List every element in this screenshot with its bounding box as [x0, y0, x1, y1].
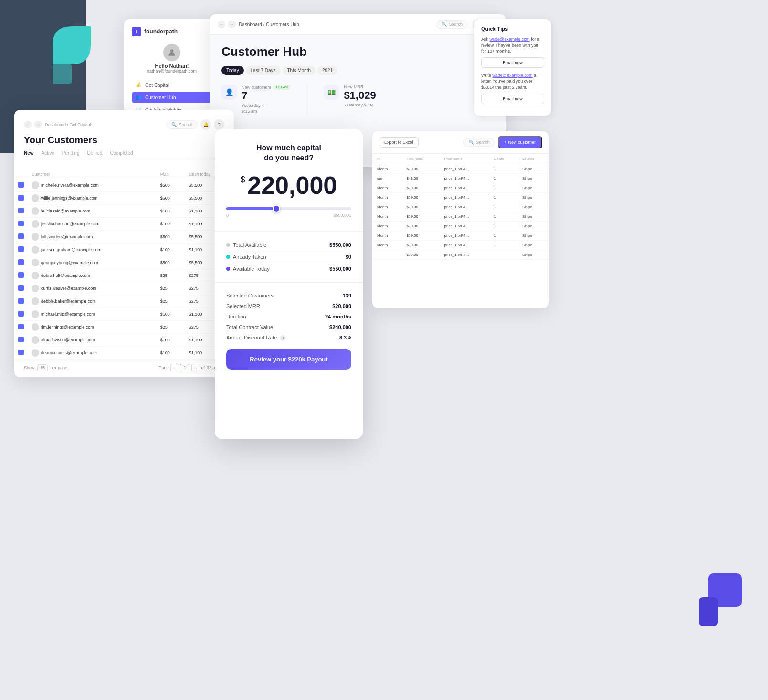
lt-table-row[interactable]: Month $79.00 price_1lbrP4... 1 Stripe [372, 212, 549, 222]
review-payout-btn[interactable]: Review your $220k Payout [226, 349, 351, 370]
table-row[interactable]: alma.lawson@example.com $100 $1,100 [14, 334, 234, 347]
export-btn[interactable]: Export to Excel [379, 137, 419, 148]
tab-today[interactable]: Today [221, 66, 244, 75]
search-box[interactable]: 🔍 Search [436, 20, 468, 29]
row-checkbox[interactable] [18, 324, 24, 329]
customer-email-text: bill.sanders@example.com [41, 234, 93, 239]
customer-email-text: debbie.baker@example.com [41, 299, 96, 304]
table-row[interactable]: tim.jennings@example.com $25 $275 [14, 321, 234, 334]
tab-denied[interactable]: Denied [87, 150, 103, 159]
row-checkbox[interactable] [18, 285, 24, 291]
customer-email-text: felicia.reid@example.com [41, 209, 90, 213]
modal-amount: $ 220,000 [226, 171, 351, 200]
lt-table-row[interactable]: Month $79.00 price_1lbrP4... 1 Stripe [372, 222, 549, 231]
table-row[interactable]: michael.mitc@example.com $100 $1,100 [14, 308, 234, 321]
customer-email-text: debra.holt@example.com [41, 273, 90, 278]
lt-table-row[interactable]: ear $41.59 price_1lbrP4... 1 Stripe [372, 174, 549, 183]
large-table-search[interactable]: 🔍 Search [463, 138, 495, 147]
capital-slider[interactable]: 0 $550,000 [226, 207, 351, 218]
sidebar-item-get-capital[interactable]: 💰 Get Capital [132, 79, 212, 91]
row-checkbox[interactable] [18, 208, 24, 213]
svg-rect-2 [699, 597, 718, 626]
customers-notif-icon[interactable]: 🔔 [200, 119, 211, 130]
row-checkbox[interactable] [18, 246, 24, 252]
current-page[interactable]: 1 [180, 364, 189, 371]
tab-this-month[interactable]: This Month [283, 66, 316, 75]
table-row[interactable]: michelle.rivera@example.com $500 $5,500 [14, 179, 234, 192]
new-customer-btn[interactable]: + New customer [498, 136, 542, 148]
lt-table-row[interactable]: $79.00 price_1lbrP4... Stripe [372, 250, 549, 260]
row-checkbox[interactable] [18, 350, 24, 355]
table-row[interactable]: jessica.hanson@example.com $100 $1,100 [14, 218, 234, 231]
forward-arrow[interactable]: → [228, 21, 236, 28]
quick-tips-link1[interactable]: wade@example.com [490, 37, 530, 42]
row-checkbox[interactable] [18, 337, 24, 342]
row-total-contract: Total Contract Value $240,000 [226, 322, 351, 332]
customer-email-text: jackson.graham@example.com [41, 247, 101, 252]
tab-pending[interactable]: Pending [62, 150, 80, 159]
row-checkbox[interactable] [18, 182, 24, 188]
lt-table-row[interactable]: Month $79.00 price_1lbrP4... 1 Stripe [372, 183, 549, 193]
table-row[interactable]: bill.sanders@example.com $500 $5,500 [14, 231, 234, 244]
customers-help-icon[interactable]: ? [214, 119, 224, 130]
get-capital-icon: 💰 [136, 82, 141, 88]
customer-plan: $100 [157, 244, 185, 256]
back-arrow[interactable]: ← [218, 21, 225, 28]
modal-bottom: Selected Customers 139 Selected MRR $20,… [215, 283, 363, 378]
slider-thumb[interactable] [273, 205, 280, 212]
per-page-select[interactable]: 15 [37, 364, 48, 371]
table-row[interactable]: deanna.curtis@example.com $100 $1,100 [14, 347, 234, 360]
table-row[interactable]: debra.holt@example.com $25 $275 [14, 269, 234, 282]
lt-col-source: Source [517, 154, 549, 164]
lt-table-row[interactable]: Month $79.00 price_1lbrP4... 1 Stripe [372, 231, 549, 241]
table-row[interactable]: felicia.reid@example.com $100 $1,100 [14, 205, 234, 218]
lt-table-row[interactable]: Month $79.00 price_1lbrP4... 1 Stripe [372, 202, 549, 212]
row-checkbox[interactable] [18, 272, 24, 278]
email-now-btn-1[interactable]: Email now [481, 57, 544, 68]
row-checkbox[interactable] [18, 259, 24, 265]
lt-cell-rn: Month [372, 202, 402, 212]
lt-cell-plan-name: price_1lbrP4... [440, 183, 489, 193]
customers-topbar: ← → Dashboard / Get Capital 🔍 Search 🔔 ? [24, 119, 224, 130]
tab-completed[interactable]: Completed [110, 150, 133, 159]
new-customers-value: 7 [242, 90, 291, 102]
lt-table-row[interactable]: Month $79.00 price_1lbrP4... 1 Stripe [372, 193, 549, 202]
customers-search[interactable]: 🔍 Search [166, 120, 198, 129]
row-checkbox[interactable] [18, 298, 24, 304]
sidebar-email: nathan@founderpath.com [147, 69, 197, 74]
customer-avatar [32, 323, 39, 331]
svg-rect-0 [53, 64, 72, 84]
lt-cell-source: Stripe [517, 241, 549, 250]
tab-new[interactable]: New [24, 150, 34, 159]
lt-table-row[interactable]: Month $79.00 price_1lbrP4... 1 Stripe [372, 241, 549, 250]
row-checkbox[interactable] [18, 311, 24, 317]
lt-cell-plan-name: price_1lbrP4... [440, 212, 489, 222]
topbar: ← → Dashboard / Customers Hub 🔍 Search 🔔… [210, 14, 506, 35]
customer-plan: $100 [157, 334, 185, 347]
table-row[interactable]: willie.jennings@example.com $500 $5,500 [14, 192, 234, 205]
table-row[interactable]: debbie.baker@example.com $25 $275 [14, 295, 234, 308]
row-checkbox[interactable] [18, 195, 24, 201]
email-now-btn-2[interactable]: Email now [481, 94, 544, 104]
row-checkbox[interactable] [18, 221, 24, 226]
new-mrr-value: $1,029 [344, 89, 376, 102]
table-row[interactable]: curtis.weaver@example.com $25 $275 [14, 282, 234, 295]
table-row[interactable]: georgia.young@example.com $500 $5,500 [14, 256, 234, 269]
row-checkbox[interactable] [18, 233, 24, 239]
tab-2021[interactable]: 2021 [317, 66, 337, 75]
customers-back[interactable]: ← [24, 121, 32, 128]
page-next[interactable]: → [191, 364, 199, 371]
customer-plan: $100 [157, 218, 185, 231]
tab-last-7-days[interactable]: Last 7 Days [246, 66, 281, 75]
page-prev[interactable]: ← [170, 364, 178, 371]
customers-forward[interactable]: → [34, 121, 42, 128]
lt-cell-plan-name: price_1lbrP4... [440, 241, 489, 250]
new-customers-metric: 👤 New customers +13.4% 7 Yesterday 4 9:1… [221, 85, 291, 114]
lt-table-row[interactable]: Month $79.00 price_1lbrP4... 1 Stripe [372, 164, 549, 174]
info-icon[interactable]: i [280, 335, 286, 341]
quick-tips-link2[interactable]: wade@example.com [492, 73, 532, 78]
tab-active[interactable]: Active [42, 150, 54, 159]
table-row[interactable]: jackson.graham@example.com $100 $1,100 [14, 244, 234, 256]
sidebar-item-customer-hub[interactable]: 👥 Customer Hub [132, 92, 212, 103]
customer-avatar [32, 336, 39, 344]
